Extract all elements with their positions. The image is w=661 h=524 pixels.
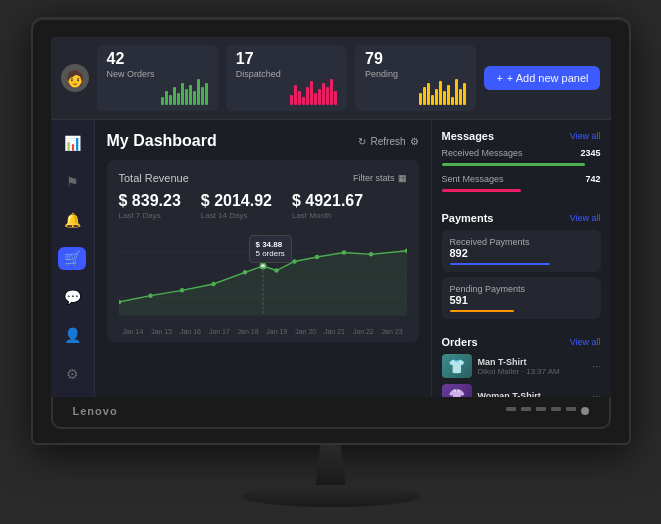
settings-icon: ⚙ xyxy=(410,136,419,147)
svg-point-6 xyxy=(179,288,184,293)
pending-number: 79 xyxy=(365,51,466,67)
received-payments-card: Received Payments 892 xyxy=(442,230,601,272)
add-panel-label: + Add new panel xyxy=(507,72,589,84)
orders-bars xyxy=(107,79,208,105)
revenue-stat-14days: $ 2014.92 Last 14 Days xyxy=(201,192,272,220)
sidebar-item-chat[interactable]: 💬 xyxy=(58,286,86,308)
revenue-stat-7days: $ 839.23 Last 7 Days xyxy=(119,192,181,220)
order-info-0: Man T-Shirt Dikoi Maller · 13:37 AM xyxy=(478,357,587,376)
received-msg-label: Received Messages xyxy=(442,148,523,158)
order-item-1[interactable]: 👚 Woman T-Shirt ··· xyxy=(442,384,601,397)
received-payments-value: 892 xyxy=(450,247,593,259)
sidebar-item-user[interactable]: 👤 xyxy=(58,324,86,346)
x-axis-labels: Jan 14 Jan 15 Jan 16 Jan 17 Jan 18 Jan 1… xyxy=(119,324,407,335)
revenue-7days-amount: $ 839.23 xyxy=(119,192,181,210)
filter-button[interactable]: Filter stats ▦ xyxy=(353,173,407,183)
stat-card-pending[interactable]: 79 Pending xyxy=(355,45,476,111)
order-more-icon-1[interactable]: ··· xyxy=(592,391,600,398)
dispatched-label: Dispatched xyxy=(236,69,337,79)
monitor-controls xyxy=(506,407,589,415)
revenue-7days-period: Last 7 Days xyxy=(119,211,181,220)
ctrl-btn-3[interactable] xyxy=(536,407,546,411)
ctrl-btn-1[interactable] xyxy=(506,407,516,411)
revenue-stats: $ 839.23 Last 7 Days $ 2014.92 Last 14 D… xyxy=(119,192,407,220)
svg-point-14 xyxy=(368,252,373,256)
revenue-header: Total Revenue Filter stats ▦ xyxy=(119,172,407,184)
sidebar-item-flag[interactable]: ⚑ xyxy=(58,170,86,192)
order-name-1: Woman T-Shirt xyxy=(478,391,587,397)
pending-payments-value: 591 xyxy=(450,294,593,306)
monitor-stand-base xyxy=(241,485,421,507)
monitor-stand-neck xyxy=(306,445,356,485)
sidebar-item-chart[interactable]: 📊 xyxy=(58,132,86,154)
sidebar-item-cart[interactable]: 🛒 xyxy=(58,247,86,269)
dispatched-number: 17 xyxy=(236,51,337,67)
orders-view-all[interactable]: View all xyxy=(570,337,601,347)
orders-title: Orders xyxy=(442,336,478,348)
revenue-stat-month: $ 4921.67 Last Month xyxy=(292,192,363,220)
received-payments-bar xyxy=(450,263,550,265)
stat-card-dispatched[interactable]: 17 Dispatched xyxy=(226,45,347,111)
pending-payments-card: Pending Payments 591 xyxy=(442,277,601,319)
add-panel-button[interactable]: + + Add new panel xyxy=(484,66,600,90)
top-stats-bar: 🧑 42 New Orders xyxy=(51,37,611,120)
filter-label: Filter stats xyxy=(353,173,395,183)
orders-label: New Orders xyxy=(107,69,208,79)
stat-card-orders[interactable]: 42 New Orders xyxy=(97,45,218,111)
ctrl-btn-5[interactable] xyxy=(566,407,576,411)
received-msg-bar xyxy=(442,163,585,166)
revenue-card: Total Revenue Filter stats ▦ $ 839.23 La… xyxy=(107,160,419,342)
ctrl-btn-4[interactable] xyxy=(551,407,561,411)
pending-bars xyxy=(365,79,466,105)
x-label-4: Jan 18 xyxy=(234,328,263,335)
received-messages-row: Received Messages 2345 xyxy=(442,148,601,158)
messages-view-all[interactable]: View all xyxy=(570,131,601,141)
avatar: 🧑 xyxy=(61,64,89,92)
plus-icon: + xyxy=(496,72,502,84)
pending-payments-label: Pending Payments xyxy=(450,284,593,294)
tooltip-label: 5 orders xyxy=(256,249,285,258)
order-info-1: Woman T-Shirt xyxy=(478,391,587,397)
order-name-0: Man T-Shirt xyxy=(478,357,587,367)
payments-header: Payments View all xyxy=(442,212,601,224)
x-label-2: Jan 16 xyxy=(176,328,205,335)
ctrl-btn-power[interactable] xyxy=(581,407,589,415)
pending-payments-bar xyxy=(450,310,514,312)
dashboard-header: My Dashboard ↻ Refresh ⚙ xyxy=(107,132,419,150)
sidebar-item-gear[interactable]: ⚙ xyxy=(58,363,86,385)
chart-container: $ 34.88 5 orders xyxy=(119,230,407,330)
refresh-icon: ↻ xyxy=(358,136,366,147)
ctrl-btn-2[interactable] xyxy=(521,407,531,411)
x-label-9: Jan 23 xyxy=(378,328,407,335)
messages-header: Messages View all xyxy=(442,130,601,142)
brand-logo: Lenovo xyxy=(73,405,118,417)
sent-msg-label: Sent Messages xyxy=(442,174,504,184)
chart-tooltip: $ 34.88 5 orders xyxy=(249,235,292,263)
page-title: My Dashboard xyxy=(107,132,217,150)
main-content: 📊 ⚑ 🔔 🛒 💬 👤 ⚙ My Dashboard ↻ Refresh xyxy=(51,120,611,397)
orders-header: Orders View all xyxy=(442,336,601,348)
refresh-button[interactable]: ↻ Refresh ⚙ xyxy=(358,136,418,147)
sidebar-item-bell[interactable]: 🔔 xyxy=(58,209,86,231)
sent-msg-count: 742 xyxy=(585,174,600,184)
svg-point-5 xyxy=(148,293,153,298)
refresh-label: Refresh xyxy=(370,136,405,147)
revenue-14days-period: Last 14 Days xyxy=(201,211,272,220)
order-thumb-0: 👕 xyxy=(442,354,472,378)
dispatched-bars xyxy=(236,79,337,105)
revenue-title: Total Revenue xyxy=(119,172,189,184)
received-payments-label: Received Payments xyxy=(450,237,593,247)
svg-point-10 xyxy=(274,268,279,273)
right-panel: Messages View all Received Messages 2345… xyxy=(431,120,611,397)
x-label-0: Jan 14 xyxy=(119,328,148,335)
payments-view-all[interactable]: View all xyxy=(570,213,601,223)
orders-section: Orders View all 👕 Man T-Shirt Dikoi Mall… xyxy=(442,336,601,397)
x-label-5: Jan 19 xyxy=(262,328,291,335)
payments-title: Payments xyxy=(442,212,494,224)
tooltip-value: $ 34.88 xyxy=(256,240,285,249)
messages-section: Messages View all Received Messages 2345… xyxy=(442,130,601,200)
x-label-1: Jan 15 xyxy=(147,328,176,335)
order-item-0[interactable]: 👕 Man T-Shirt Dikoi Maller · 13:37 AM ··… xyxy=(442,354,601,378)
order-more-icon-0[interactable]: ··· xyxy=(592,361,600,372)
sent-messages-row: Sent Messages 742 xyxy=(442,174,601,184)
